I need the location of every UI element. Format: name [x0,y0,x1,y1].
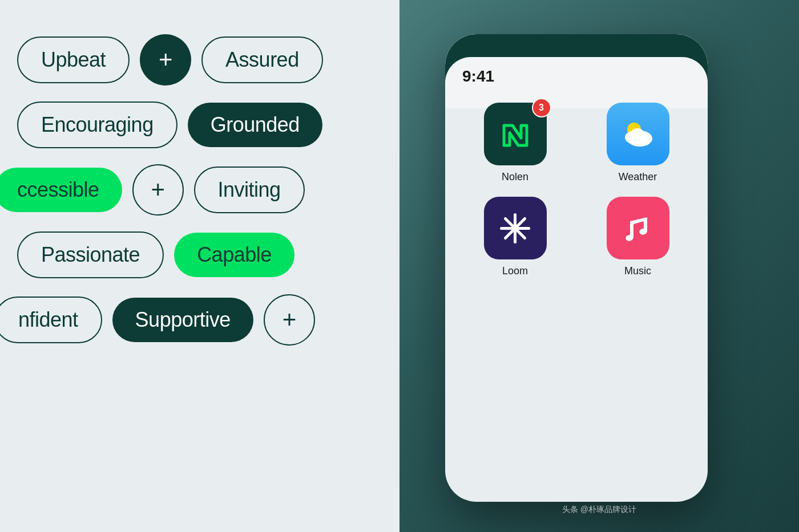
app-icon-weather [607,103,669,165]
chip-row-1: Upbeat + Assured [17,34,382,86]
phone-top-bar: 9:41 3 [445,34,708,108]
chip-row-5: nfident Supportive + [0,294,382,346]
chip-plus-1[interactable]: + [140,34,191,86]
app-item-nolen[interactable]: 3 Nolen [462,103,568,183]
chip-plus-2[interactable]: + [132,164,184,216]
music-icon [621,210,655,247]
chip-passionate[interactable]: Passionate [17,232,164,278]
chip-plus-3[interactable]: + [264,294,315,346]
svg-point-3 [631,128,644,140]
app-label-music: Music [624,265,651,277]
chip-confident[interactable]: nfident [0,297,102,343]
status-bar: 9:41 [445,57,708,91]
chip-capable[interactable]: Capable [174,233,294,277]
nolen-logo-icon [495,114,535,154]
left-panel: Upbeat + Assured Encouraging Grounded cc… [0,0,400,532]
chip-grounded[interactable]: Grounded [188,103,322,147]
app-icon-loom [484,197,547,259]
watermark: 头条 @朴琢品牌设计 [562,505,636,515]
chip-row-4: Passionate Capable [17,232,382,278]
app-icon-nolen: 3 [484,103,547,165]
app-label-loom: Loom [502,265,528,277]
app-grid: 3 Nolen [462,103,691,277]
phone-screen: 9:41 3 [445,57,708,108]
chip-inviting[interactable]: Inviting [194,166,305,213]
chip-row-3: ccessible + Inviting [0,164,382,216]
chip-assured[interactable]: Assured [201,36,323,83]
weather-icon [618,117,658,151]
app-item-music[interactable]: Music [585,197,691,277]
chip-supportive[interactable]: Supportive [112,298,253,342]
app-item-weather[interactable]: Weather [585,103,691,183]
app-item-loom[interactable]: Loom [462,197,568,277]
chip-row-2: Encouraging Grounded [17,101,382,148]
right-panel: 9:41 3 [400,0,799,532]
chip-accessible[interactable]: ccessible [0,168,122,212]
app-label-nolen: Nolen [502,171,528,183]
notification-badge: 3 [532,98,551,117]
phone-content: 3 Nolen [445,91,708,289]
chip-encouraging[interactable]: Encouraging [17,101,177,148]
phone-mockup: 9:41 3 [445,34,708,502]
app-icon-music [607,197,669,259]
app-label-weather: Weather [619,171,657,183]
chip-upbeat[interactable]: Upbeat [17,36,130,83]
loom-icon [497,210,534,247]
